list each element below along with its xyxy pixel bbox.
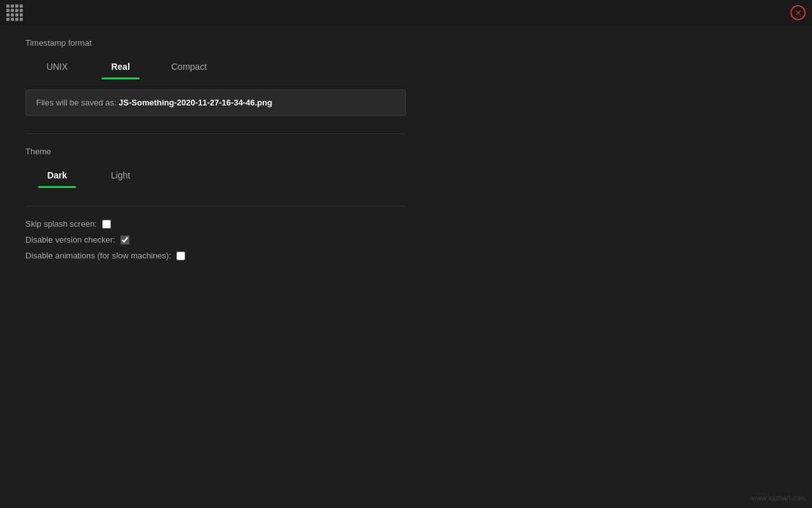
theme-section-label: Theme [25, 147, 787, 156]
skip-splash-row: Skip splash screen: [25, 219, 787, 229]
tab-real[interactable]: Real [89, 57, 152, 79]
theme-tab-row: Dark Light [25, 165, 787, 188]
tab-unix[interactable]: UNIX [25, 57, 89, 79]
disable-animations-checkbox[interactable] [176, 251, 185, 260]
skip-splash-label: Skip splash screen: [25, 219, 97, 229]
tab-light[interactable]: Light [89, 165, 152, 188]
separator-2 [25, 206, 406, 206]
tab-compact[interactable]: Compact [152, 57, 226, 79]
separator-1 [25, 133, 406, 134]
disable-animations-row: Disable animations (for slow machines): [25, 251, 787, 260]
file-preview-filename: JS-Something-2020-11-27-16-34-46.png [119, 98, 272, 107]
theme-section: Theme Dark Light [25, 147, 787, 188]
disable-animations-label: Disable animations (for slow machines): [25, 251, 171, 260]
skip-splash-checkbox[interactable] [102, 220, 111, 229]
main-content: Timestamp format UNIX Real Compact Files… [0, 25, 812, 279]
close-button[interactable]: ✕ [790, 5, 806, 20]
top-bar: ✕ [0, 0, 812, 25]
disable-version-row: Disable version checker: [25, 235, 787, 244]
file-preview-box: Files will be saved as: JS-Something-202… [25, 90, 406, 116]
app-grid-icon[interactable] [6, 4, 23, 21]
timestamp-tab-row: UNIX Real Compact [25, 57, 787, 79]
checkboxes-section: Skip splash screen: Disable version chec… [25, 219, 787, 260]
disable-version-checkbox[interactable] [121, 236, 129, 244]
close-icon: ✕ [795, 9, 802, 17]
disable-version-label: Disable version checker: [25, 235, 115, 244]
file-preview-prefix: Files will be saved as: [36, 98, 119, 107]
watermark: www.xazhan.com [751, 494, 806, 502]
timestamp-section-label: Timestamp format [25, 38, 787, 48]
tab-dark[interactable]: Dark [25, 165, 89, 188]
timestamp-section: Timestamp format UNIX Real Compact Files… [25, 38, 787, 116]
